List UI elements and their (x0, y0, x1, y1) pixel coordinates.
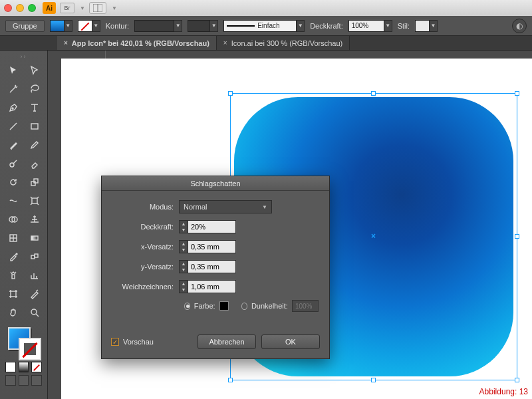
symbol-sprayer-tool[interactable] (4, 267, 23, 283)
control-bar: Gruppe ▼ ▼ Kontur: ▼ ▼ Einfach ▼ Deckkra… (0, 16, 532, 36)
selection-center-icon: × (371, 231, 376, 241)
hand-tool[interactable] (4, 305, 23, 321)
draw-mode-behind[interactable] (19, 375, 29, 386)
stroke-preview-menu[interactable]: ▼ (174, 20, 182, 32)
blend-tool[interactable] (25, 249, 44, 265)
eyedropper-tool[interactable] (4, 249, 23, 265)
main-area: ›› (0, 51, 532, 399)
stroke-swatch-menu[interactable]: ▼ (92, 20, 100, 32)
stroke-swatch[interactable] (78, 20, 92, 32)
color-mode-solid[interactable] (5, 362, 16, 372)
close-window-button[interactable] (4, 4, 12, 12)
fill-swatch[interactable] (50, 20, 65, 32)
width-tool[interactable] (4, 193, 23, 209)
type-tool[interactable] (25, 100, 44, 116)
stroke-weight-field[interactable] (188, 20, 210, 32)
fill-stroke-indicator[interactable] (3, 323, 21, 360)
resize-handle-s[interactable] (371, 378, 376, 382)
paintbrush-tool[interactable] (4, 137, 23, 153)
brush-style-combo[interactable]: Einfach (223, 20, 297, 32)
y-offset-label: y-Versatz: (112, 263, 179, 271)
y-offset-stepper[interactable]: ▲▼ (179, 260, 188, 273)
preview-checkbox[interactable]: ✓ (111, 338, 119, 346)
opacity-menu[interactable]: ▼ (384, 20, 392, 32)
x-offset-input[interactable] (188, 240, 236, 253)
eraser-tool[interactable] (25, 156, 44, 172)
x-offset-stepper[interactable]: ▲▼ (179, 240, 188, 253)
close-tab-icon[interactable]: × (64, 39, 68, 47)
ok-button[interactable]: OK (261, 334, 320, 349)
magic-wand-tool[interactable] (4, 81, 23, 97)
zoom-tool[interactable] (25, 305, 44, 321)
pen-tool[interactable] (4, 100, 23, 116)
opacity-input[interactable] (188, 220, 236, 233)
darkness-radio[interactable] (241, 303, 247, 310)
opacity-stepper[interactable]: ▲▼ (179, 220, 188, 233)
gradient-tool[interactable] (25, 230, 44, 246)
close-tab-icon[interactable]: × (223, 39, 227, 47)
screen-mode-row (3, 374, 45, 387)
direct-selection-tool[interactable] (25, 63, 44, 78)
bridge-menu-caret[interactable]: ▼ (80, 5, 85, 11)
scale-tool[interactable] (25, 174, 44, 190)
draw-mode-normal[interactable] (5, 375, 16, 386)
perspective-grid-tool[interactable] (25, 211, 44, 227)
blur-input[interactable] (188, 280, 236, 293)
blob-brush-tool[interactable] (4, 156, 23, 172)
document-tab-1[interactable]: × App Icon* bei 420,01 % (RGB/Vorschau) (57, 36, 217, 50)
color-radio[interactable] (184, 303, 190, 310)
arrange-documents-button[interactable] (89, 2, 106, 14)
column-graph-tool[interactable] (25, 267, 44, 283)
svg-rect-14 (12, 275, 15, 279)
fill-swatch-menu[interactable]: ▼ (65, 20, 72, 32)
resize-handle-se[interactable] (515, 378, 519, 382)
graphic-style-swatch[interactable] (415, 20, 430, 32)
free-transform-tool[interactable] (25, 193, 44, 209)
darkness-radio-label: Dunkelheit: (251, 302, 288, 310)
panel-grip[interactable]: ›› (3, 53, 45, 60)
document-tab-label: App Icon* bei 420,01 % (RGB/Vorschau) (72, 39, 209, 47)
artboard-tool[interactable] (4, 286, 23, 302)
mesh-tool[interactable] (4, 230, 23, 246)
opacity-field[interactable]: 100% (348, 20, 384, 32)
svg-rect-6 (34, 179, 38, 183)
stroke-weight-menu[interactable]: ▼ (210, 20, 218, 32)
mode-combo[interactable]: Normal ▼ (179, 200, 272, 213)
resize-handle-sw[interactable] (228, 378, 233, 382)
minimize-window-button[interactable] (16, 4, 24, 12)
color-mode-none[interactable] (31, 362, 42, 372)
stroke-preview[interactable] (134, 20, 174, 32)
opacity-label: Deckkraft: (310, 22, 343, 30)
slice-tool[interactable] (25, 286, 44, 302)
resize-handle-ne[interactable] (515, 91, 519, 96)
panel-menu-button[interactable]: ◐ (512, 19, 527, 33)
contour-label: Kontur: (106, 22, 129, 30)
lasso-tool[interactable] (25, 81, 44, 97)
brush-style-menu[interactable]: ▼ (297, 20, 305, 32)
svg-point-2 (12, 108, 13, 109)
cancel-button[interactable]: Abbrechen (198, 334, 256, 349)
document-tab-label: Icon.ai bei 300 % (RGB/Vorschau) (231, 39, 343, 47)
arrange-menu-caret[interactable]: ▼ (112, 5, 117, 11)
document-tab-2[interactable]: × Icon.ai bei 300 % (RGB/Vorschau) (217, 36, 350, 50)
resize-handle-nw[interactable] (228, 91, 233, 96)
resize-handle-e[interactable] (515, 234, 519, 239)
y-offset-input[interactable] (188, 260, 236, 273)
resize-handle-n[interactable] (371, 91, 376, 96)
tools-panel: ›› (0, 51, 48, 399)
selection-type-label: Gruppe (5, 20, 45, 32)
graphic-style-menu[interactable]: ▼ (430, 20, 438, 32)
shape-builder-tool[interactable] (4, 211, 23, 227)
zoom-window-button[interactable] (28, 4, 36, 12)
rectangle-tool[interactable] (25, 118, 44, 134)
color-mode-gradient[interactable] (19, 362, 29, 372)
draw-mode-inside[interactable] (31, 375, 42, 386)
bridge-button[interactable]: Br (60, 3, 74, 13)
svg-rect-7 (32, 198, 37, 203)
rotate-tool[interactable] (4, 174, 23, 190)
shadow-color-chip[interactable] (219, 301, 229, 311)
pencil-tool[interactable] (25, 137, 44, 153)
blur-stepper[interactable]: ▲▼ (179, 280, 188, 293)
line-segment-tool[interactable] (4, 118, 23, 134)
selection-tool[interactable] (4, 63, 23, 78)
